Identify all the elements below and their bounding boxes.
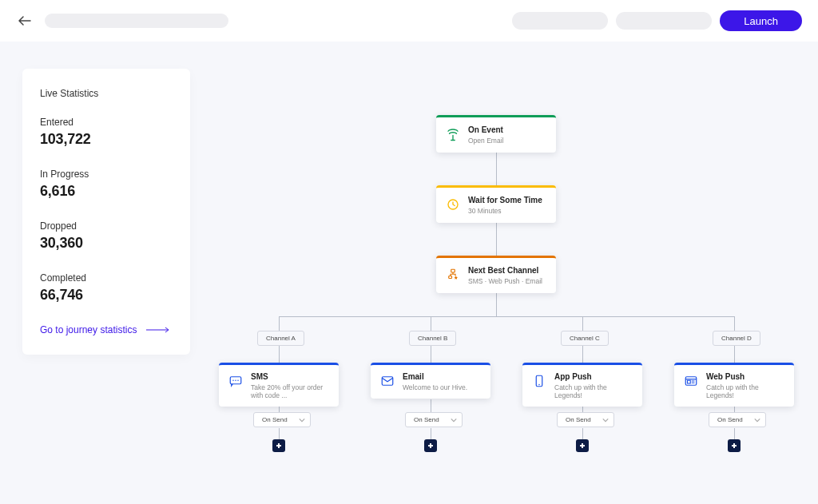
node-channel-sms[interactable]: SMS Take 20% off your order with code ..…	[219, 363, 339, 407]
connector	[431, 399, 431, 412]
chevron-down-icon	[299, 417, 305, 423]
stat-label: In Progress	[40, 169, 173, 180]
launch-button[interactable]: Launch	[720, 10, 802, 31]
svg-point-4	[232, 380, 234, 382]
back-button[interactable]	[16, 12, 34, 30]
on-send-dropdown-c[interactable]: On Send	[557, 412, 614, 427]
arrow-left-icon	[18, 15, 31, 26]
channel-tag-a: Channel A	[257, 331, 304, 346]
svg-point-5	[235, 380, 236, 382]
stat-label: Completed	[40, 272, 173, 284]
stat-value: 6,616	[40, 183, 173, 200]
node-title: Next Best Channel	[468, 266, 542, 276]
stat-entered: Entered 103,722	[40, 117, 173, 148]
on-send-label: On Send	[566, 416, 591, 423]
add-step-button-b[interactable]	[424, 439, 437, 452]
sms-icon	[227, 372, 244, 390]
stat-label: Entered	[40, 117, 173, 128]
connector	[582, 428, 583, 439]
add-step-button-c[interactable]	[576, 439, 589, 452]
node-on-event[interactable]: On Event Open Email	[436, 115, 556, 153]
connector	[496, 150, 497, 186]
arrow-right-long-icon	[146, 327, 172, 333]
chevron-down-icon	[451, 417, 457, 423]
connector	[279, 316, 734, 317]
live-statistics-panel: Live Statistics Entered 103,722 In Progr…	[22, 69, 190, 355]
link-label: Go to journey statistics	[40, 324, 137, 335]
connector	[582, 345, 583, 363]
connector	[582, 316, 583, 331]
connector	[279, 316, 280, 331]
svg-point-6	[237, 380, 239, 382]
node-subtitle: Welcome to our Hive.	[403, 383, 467, 391]
header-pill-1	[512, 12, 608, 30]
connector	[496, 220, 497, 256]
branch-star-icon	[444, 266, 462, 284]
canvas: Live Statistics Entered 103,722 In Progr…	[0, 42, 818, 504]
node-subtitle: Catch up with the Legends!	[706, 383, 786, 399]
node-subtitle: 30 Minutes	[468, 207, 542, 215]
connector	[431, 345, 431, 363]
header-pill-2	[616, 12, 712, 30]
channel-tag-d: Channel D	[713, 331, 760, 346]
node-subtitle: Catch up with the Legends!	[554, 383, 634, 399]
stat-value: 66,746	[40, 287, 173, 304]
node-subtitle: SMS · Web Push · Email	[468, 277, 542, 285]
connector	[734, 428, 735, 439]
node-title: Wait for Some Time	[468, 196, 542, 205]
antenna-icon	[444, 125, 462, 143]
stat-label: Dropped	[40, 220, 173, 232]
breadcrumb-skeleton	[45, 14, 228, 28]
node-wait[interactable]: Wait for Some Time 30 Minutes	[436, 185, 556, 223]
svg-point-9	[538, 384, 540, 386]
node-title: On Event	[468, 125, 503, 135]
chevron-down-icon	[754, 417, 760, 423]
stat-dropped: Dropped 30,360	[40, 220, 173, 252]
on-send-label: On Send	[414, 416, 439, 423]
header: Launch	[0, 0, 818, 42]
connector	[279, 428, 280, 439]
connector	[279, 345, 280, 363]
add-step-button-a[interactable]	[272, 439, 285, 452]
connector	[734, 345, 735, 363]
node-title: Email	[403, 372, 467, 382]
on-send-label: On Send	[262, 416, 288, 423]
node-channel-app-push[interactable]: App Push Catch up with the Legends!	[522, 363, 642, 407]
journey-statistics-link[interactable]: Go to journey statistics	[40, 324, 173, 335]
svg-rect-1	[451, 269, 455, 272]
connector	[496, 291, 497, 316]
stat-completed: Completed 66,746	[40, 272, 173, 304]
node-channel-email[interactable]: Email Welcome to our Hive.	[371, 363, 490, 399]
add-step-button-d[interactable]	[728, 439, 741, 452]
node-subtitle: Open Email	[468, 137, 503, 145]
browser-icon	[682, 372, 700, 390]
node-subtitle: Take 20% off your order with code ...	[251, 383, 331, 399]
on-send-dropdown-a[interactable]: On Send	[253, 412, 311, 427]
live-statistics-title: Live Statistics	[40, 88, 173, 99]
on-send-label: On Send	[717, 416, 743, 423]
node-title: Web Push	[706, 372, 786, 382]
connector	[734, 316, 735, 331]
phone-icon	[530, 372, 548, 390]
stat-value: 30,360	[40, 235, 173, 252]
svg-rect-11	[688, 380, 691, 383]
channel-tag-b: Channel B	[409, 331, 456, 346]
channel-tag-c: Channel C	[561, 331, 609, 346]
header-right: Launch	[512, 10, 802, 31]
clock-icon	[444, 196, 462, 213]
connector	[431, 316, 431, 331]
node-channel-web-push[interactable]: Web Push Catch up with the Legends!	[674, 363, 794, 407]
svg-rect-7	[382, 377, 393, 386]
on-send-dropdown-b[interactable]: On Send	[405, 412, 463, 427]
chevron-down-icon	[602, 417, 609, 423]
node-next-best-channel[interactable]: Next Best Channel SMS · Web Push · Email	[436, 256, 556, 293]
svg-rect-2	[449, 276, 452, 279]
email-icon	[379, 372, 396, 390]
stat-value: 103,722	[40, 131, 173, 148]
stat-in-progress: In Progress 6,616	[40, 169, 173, 200]
connector	[431, 428, 431, 439]
on-send-dropdown-d[interactable]: On Send	[709, 412, 766, 427]
node-title: App Push	[554, 372, 634, 382]
node-title: SMS	[251, 372, 331, 382]
